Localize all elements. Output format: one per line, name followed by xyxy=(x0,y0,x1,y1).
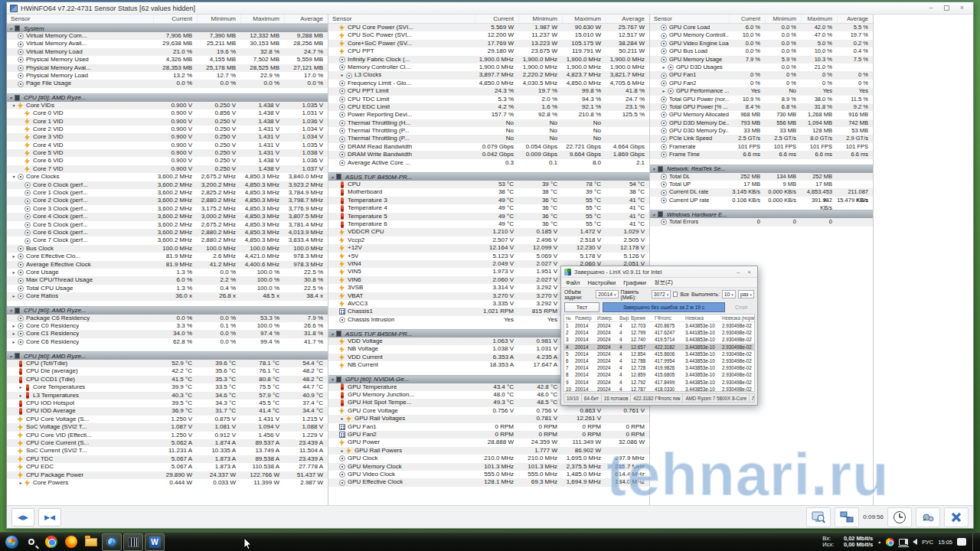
linx-result-row[interactable]: 92001420024412.792417.84993.443853e-102.… xyxy=(564,379,754,386)
sensor-row[interactable]: Max CPU/Thread Usage6.0 %2.2 %100.0 %30.… xyxy=(7,276,328,284)
menu-item[interactable]: Файл xyxy=(566,279,580,286)
sensor-row[interactable]: Current DL rate3.145 KB/s0.000 KB/s4,653… xyxy=(650,188,873,196)
section-header[interactable]: ▾CPU [#0]: AMD Ryze... xyxy=(7,351,328,360)
sensor-row[interactable]: Page File Usage0.0 %0.0 %0.0 %0.0 % xyxy=(7,80,328,87)
chevron-down-icon[interactable]: ▾ xyxy=(7,95,15,100)
sensor-row[interactable]: Frame Time6.6 ms6.6 ms6.6 ms6.6 ms xyxy=(650,151,873,158)
linx-column-header[interactable]: № xyxy=(564,315,573,321)
settings-button[interactable] xyxy=(916,507,940,527)
sensor-row[interactable]: Core 4 VID0.900 V0.250 V1.431 V1.035 V xyxy=(7,142,328,149)
menu-item[interactable]: 정보(Z) xyxy=(654,279,673,286)
sensor-row[interactable]: Core 3 Clock (perf...3,600.2 MHz3,175.2 … xyxy=(7,205,328,213)
sensor-row[interactable]: CPU Core Voltage (S...1.250 V0.875 V1.43… xyxy=(7,416,328,423)
tray-chrome-icon[interactable] xyxy=(886,538,894,546)
column-header-row[interactable]: SensorCurrentMinimumMaximumAverage xyxy=(650,15,873,24)
sensor-row[interactable]: Thermal Throttling (H...NoNoNo xyxy=(328,119,649,127)
linx-result-row[interactable]: 62001420024412.788417.99543.443853e-102.… xyxy=(564,357,754,364)
linx-close-icon[interactable]: × xyxy=(747,269,751,276)
sensor-row[interactable]: GPU D3D Memory Dy...33 MB33 MB128 MB53 M… xyxy=(650,127,873,135)
sensor-row[interactable]: Temperature 549 °C36 °C55 °C41 °C xyxy=(328,213,649,220)
column-header-row[interactable]: SensorCurrentMinimumMaximumAverage xyxy=(7,15,328,24)
close-sensors-button[interactable] xyxy=(944,507,969,527)
linx-result-row[interactable]: 22001420024412.799417.62473.441853e-102.… xyxy=(564,329,754,336)
sensor-row[interactable]: Current UP rate0.106 KB/s0.000 KB/s391.9… xyxy=(650,197,873,204)
linx-column-header[interactable]: Время xyxy=(629,315,653,321)
sensor-row[interactable]: GPU Core Voltage0.756 V0.756 V0.863 V0.7… xyxy=(328,407,649,415)
section-header[interactable]: ▾Network: RealTek Se... xyxy=(650,165,873,173)
linx-result-row[interactable]: 32001420024412.740419.57143.443853e-102.… xyxy=(564,336,754,343)
chevron-right-icon[interactable]: ▸ xyxy=(11,292,17,300)
sensor-row[interactable]: Virtual Memory Com...7,906 MB7,390 MB12,… xyxy=(7,32,328,40)
sensor-row[interactable]: Core 4 Clock (perf...3,600.2 MHz3,000.2 … xyxy=(7,213,328,220)
linx-titlebar[interactable]: Завершено - LinX v0.9.11 for Intel – × xyxy=(561,266,757,278)
sensor-row[interactable]: SoC Current (SVI2 T...11.231 A10.335 A13… xyxy=(7,447,328,455)
sensor-row[interactable]: GPU Video Engine Load0.0 %0.0 %5.0 %0.2 … xyxy=(650,40,873,47)
sensor-row[interactable]: +5V5.123 V5.069 V5.178 V5.126 V xyxy=(328,253,649,260)
sensor-row[interactable]: ▸GPU Rail Powers1.777 W86.902 W xyxy=(328,447,649,455)
linx-result-row[interactable]: 72001420024412.728419.98263.443853e-102.… xyxy=(564,364,754,371)
sensor-row[interactable]: CPU EDC Limit4.2 %1.6 %92.1 %23.1 % xyxy=(328,103,649,111)
chevron-down-icon[interactable]: ▾ xyxy=(7,26,15,31)
clock-button[interactable] xyxy=(887,507,912,527)
taskbar-linx[interactable] xyxy=(123,533,143,551)
sensor-row[interactable]: CPU TDC5.067 A1.873 A89.538 A23.439 A xyxy=(7,455,328,463)
maximize-icon[interactable] xyxy=(944,5,949,11)
chevron-down-icon[interactable]: ▾ xyxy=(11,173,17,181)
sensor-row[interactable]: Temperature 349 °C36 °C55 °C41 °C xyxy=(328,197,649,204)
sensor-row[interactable]: Virtual Memory Avail...29,638 MB25,211 M… xyxy=(7,40,328,47)
sensor-row[interactable]: Physical Memory Avai...28,353 MB25,178 M… xyxy=(7,64,328,72)
sensor-row[interactable]: Core 6 VID0.900 V0.250 V1.438 V1.036 V xyxy=(7,157,328,165)
sensor-row[interactable]: Package C6 Residency0.0 %0.0 %53.3 %7.9 … xyxy=(7,315,328,322)
sensor-row[interactable]: Total UP17 MB9 MB17 MB xyxy=(650,181,873,188)
section-header[interactable]: ▾System xyxy=(7,24,328,32)
sensor-row[interactable]: CPU EDC5.067 A1.873 A110.538 A27.778 A xyxy=(7,463,328,471)
sensor-row[interactable]: ▸Core Effective Clo...81.9 MHz2.6 MHz4,4… xyxy=(7,253,328,260)
memory-select[interactable]: 3072▾ xyxy=(652,290,671,298)
summary-button[interactable] xyxy=(806,507,831,527)
sensor-row[interactable]: Core 5 VID0.900 V0.250 V1.431 V1.038 V xyxy=(7,149,328,157)
sensor-row[interactable]: Total CPU Usage1.3 %0.4 %100.0 %22.5 % xyxy=(7,285,328,292)
sensor-row[interactable]: ▸GPU Rail Voltages0.781 V12.261 V xyxy=(328,415,649,422)
sensor-row[interactable]: ▸Core Temperatures39.9 °C33.5 °C75.5 °C4… xyxy=(7,383,328,391)
chevron-right-icon[interactable]: ▸ xyxy=(339,415,345,422)
sensor-row[interactable]: ▾Core Clocks3,600.2 MHz2,675.2 MHz4,850.… xyxy=(7,173,328,181)
chevron-right-icon[interactable]: ▸ xyxy=(339,447,345,455)
show-desktop-button[interactable] xyxy=(972,533,975,551)
sensor-row[interactable]: CPU Core VID (Effecti...1.250 V0.912 V1.… xyxy=(7,432,328,439)
chevron-down-icon[interactable]: ▾ xyxy=(650,212,658,217)
sensor-row[interactable]: Average Active Core ...0.30.18.02.1 xyxy=(328,159,649,167)
sensor-row[interactable]: CPU TDC Limit5.3 %2.0 %94.3 %24.7 % xyxy=(328,96,649,103)
sensor-row[interactable]: CPU53 °C39 °C78 °C54 °C xyxy=(328,181,649,188)
linx-column-header[interactable]: Размер xyxy=(573,315,596,321)
linx-minimize-icon[interactable]: – xyxy=(737,269,740,276)
sensor-row[interactable]: Core 6 Clock (perf...3,600.2 MHz2,880.2 … xyxy=(7,229,328,236)
linx-column-header[interactable]: Измер. xyxy=(596,315,618,321)
run-count-select[interactable]: 10▾ xyxy=(722,290,736,298)
sensor-row[interactable]: GPU Memory Usage7.9 %5.9 %10.3 %7.5 % xyxy=(650,56,873,64)
sensor-row[interactable]: ▸Core C6 Residency62.8 %0.0 %99.4 %41.7 … xyxy=(7,338,328,346)
chevron-down-icon[interactable]: ▾ xyxy=(328,331,336,337)
sensor-row[interactable]: ▸GPU D3D Usages0.0 %21.0 % xyxy=(650,64,873,71)
sensor-row[interactable]: Total GPU Power [% ...8.4 %6.8 %31.8 %9.… xyxy=(650,103,873,111)
clock-time[interactable]: 15:05 xyxy=(938,539,952,546)
sensor-row[interactable]: CPU Core Power (SVI...5.569 W1.987 W90.6… xyxy=(328,24,649,31)
sensor-row[interactable]: GPU Fan20 %0 %0 %0 % xyxy=(650,80,873,87)
chevron-right-icon[interactable]: ▸ xyxy=(661,64,667,71)
sensor-row[interactable]: CPU CCD1 (Tdie)41.5 °C35.3 °C80.8 °C48.2… xyxy=(7,376,328,383)
sensor-row[interactable]: GPU Memory Clock101.3 MHz101.3 MHz2,375.… xyxy=(328,463,649,471)
collapse-columns-button[interactable]: ▶◀ xyxy=(38,508,61,527)
chevron-down-icon[interactable]: ▾ xyxy=(11,102,17,109)
sensor-row[interactable]: CPU IOD Average36.9 °C31.7 °C41.4 °C34.4… xyxy=(7,407,328,415)
linx-result-row[interactable]: 42001420024412.657422.31823.443853e-102.… xyxy=(564,344,754,350)
chevron-right-icon[interactable]: ▸ xyxy=(661,87,667,95)
sensor-row[interactable]: CPU Package Power29.890 W24.337 W122.766… xyxy=(7,471,328,479)
sensor-row[interactable]: Framerate101 FPS101 FPS101 FPS101 FPS xyxy=(650,143,873,151)
minimize-icon[interactable]: – xyxy=(929,5,933,11)
sensor-row[interactable]: GPU Video Clock555.0 MHz555.0 MHz1,485.0… xyxy=(328,471,649,478)
sensor-row[interactable]: ▸Core Powers0.444 W0.033 W11.399 W2.987 … xyxy=(7,479,328,487)
sensor-row[interactable]: Thermal Throttling (P...NoNoNo xyxy=(328,135,649,142)
linx-result-row[interactable]: 52001420024412.854415.86063.443853e-102.… xyxy=(564,350,754,357)
chevron-right-icon[interactable]: ▸ xyxy=(11,330,17,337)
linx-column-header[interactable]: ГФлопс xyxy=(653,315,684,321)
sensor-row[interactable]: Core 3 VID0.900 V0.250 V1.431 V1.034 V xyxy=(7,133,328,141)
